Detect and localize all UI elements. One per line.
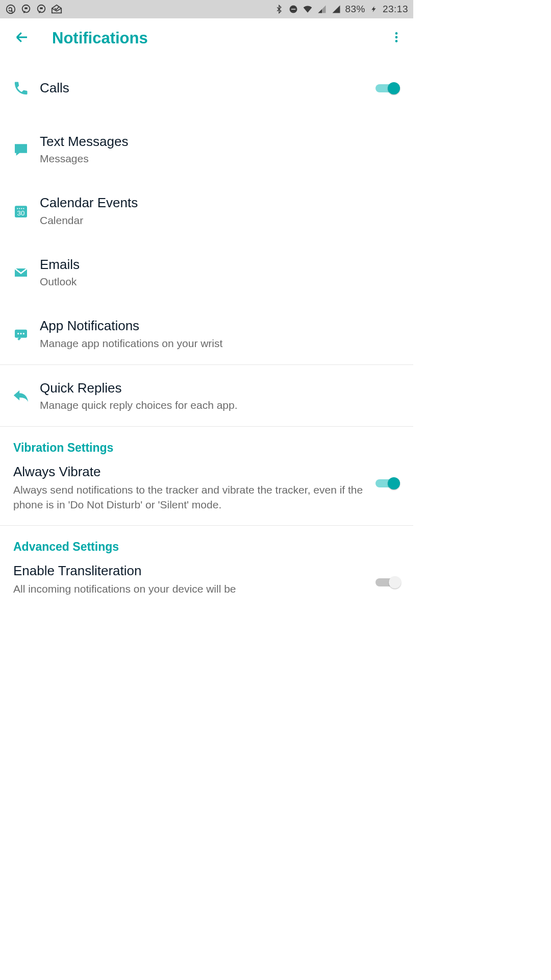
section-header-advanced: Advanced Settings [0, 526, 413, 559]
always-vibrate-title: Always Vibrate [13, 464, 363, 480]
quick-replies-title: Quick Replies [40, 380, 400, 396]
notifications-list: Calls Text Messages Messages 30 Calendar… [0, 58, 413, 609]
svg-rect-6 [291, 9, 295, 10]
search-bubble-icon [20, 4, 32, 15]
signal-icon-1 [316, 4, 328, 15]
battery-percent: 83% [345, 4, 365, 15]
clock-time: 23:13 [383, 4, 408, 15]
svg-point-13 [19, 208, 20, 209]
svg-point-15 [23, 208, 24, 209]
svg-rect-2 [24, 7, 28, 9]
always-vibrate-toggle[interactable] [375, 476, 400, 491]
transliteration-title: Enable Transliteration [13, 563, 363, 579]
svg-point-0 [7, 5, 15, 14]
setting-always-vibrate[interactable]: Always Vibrate Always send notifications… [0, 460, 413, 526]
wifi-icon [302, 4, 313, 15]
emails-title: Emails [40, 257, 400, 273]
svg-rect-4 [40, 7, 43, 9]
list-item-app-notifications[interactable]: App Notifications Manage app notificatio… [0, 303, 413, 364]
svg-point-9 [395, 40, 398, 42]
page-title: Notifications [52, 29, 148, 47]
status-right: 83% 23:13 [273, 4, 408, 15]
list-item-emails[interactable]: Emails Outlook [0, 241, 413, 303]
reply-icon [12, 387, 30, 405]
calendar-events-title: Calendar Events [40, 195, 400, 211]
app-notifications-title: App Notifications [40, 318, 400, 334]
list-item-calls[interactable]: Calls [0, 58, 413, 118]
svg-point-14 [21, 208, 22, 209]
whatsapp-icon [5, 4, 16, 15]
svg-point-20 [23, 333, 24, 334]
app-notifications-subtitle: Manage app notifications on your wrist [40, 336, 400, 350]
charging-icon [368, 4, 380, 15]
calendar-icon: 30 [12, 203, 30, 220]
back-arrow-icon[interactable] [14, 30, 30, 47]
email-icon [12, 264, 30, 281]
message-icon [12, 141, 30, 158]
text-messages-title: Text Messages [40, 134, 400, 150]
app-notifications-icon [12, 326, 30, 343]
status-bar: 83% 23:13 [0, 0, 413, 18]
svg-point-19 [20, 333, 21, 334]
section-header-vibration: Vibration Settings [0, 427, 413, 460]
emails-subtitle: Outlook [40, 275, 400, 288]
signal-icon-2 [331, 4, 342, 15]
text-messages-subtitle: Messages [40, 152, 400, 165]
setting-transliteration[interactable]: Enable Transliteration All incoming noti… [0, 559, 413, 609]
svg-text:30: 30 [17, 209, 25, 217]
app-header: Notifications [0, 18, 413, 58]
transliteration-desc: All incoming notifications on your devic… [13, 582, 363, 596]
list-item-calendar-events[interactable]: 30 Calendar Events Calendar [0, 180, 413, 241]
status-left-icons [5, 4, 62, 15]
calls-title: Calls [40, 80, 369, 96]
svg-point-8 [395, 36, 398, 39]
calls-toggle[interactable] [375, 81, 400, 95]
phone-icon [12, 80, 30, 97]
search-bubble-icon-2 [36, 4, 47, 15]
svg-point-12 [17, 208, 18, 209]
quick-replies-subtitle: Manage quick reply choices for each app. [40, 398, 400, 412]
always-vibrate-desc: Always send notifications to the tracker… [13, 483, 363, 512]
mail-read-icon [51, 4, 62, 15]
list-item-quick-replies[interactable]: Quick Replies Manage quick reply choices… [0, 365, 413, 427]
do-not-disturb-icon [288, 4, 299, 15]
transliteration-toggle[interactable] [375, 575, 400, 590]
overflow-menu-icon[interactable] [390, 31, 403, 46]
calendar-events-subtitle: Calendar [40, 213, 400, 227]
svg-point-18 [17, 333, 19, 334]
bluetooth-icon [273, 4, 285, 15]
svg-point-7 [395, 32, 398, 35]
list-item-text-messages[interactable]: Text Messages Messages [0, 118, 413, 180]
